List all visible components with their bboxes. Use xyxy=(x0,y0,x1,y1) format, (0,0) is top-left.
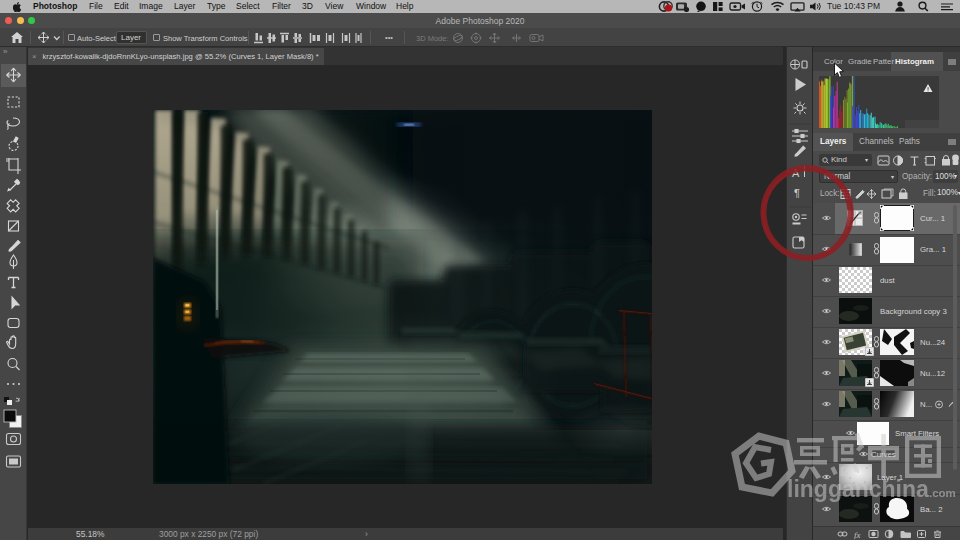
svg-text:»: » xyxy=(3,47,8,56)
svg-text:fx: fx xyxy=(854,530,861,540)
